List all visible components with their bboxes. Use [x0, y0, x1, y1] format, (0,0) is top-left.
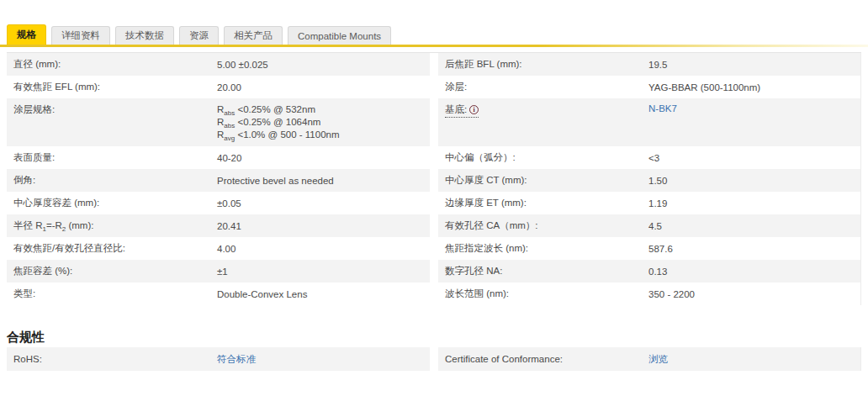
spec-value: 5.00 ±0.025 — [217, 60, 430, 70]
table-row: 类型: Double-Convex Lens 波长范围 (nm): 350 - … — [7, 282, 861, 305]
spec-label: 中心厚度容差 (mm): — [7, 197, 217, 209]
spec-tab-bar: 规格 详细资料 技术数据 资源 相关产品 Compatible Mounts — [0, 24, 868, 45]
spec-label: 有效焦距/有效孔径直径比: — [7, 242, 217, 255]
spec-label: 焦距指定波长 (nm): — [438, 242, 648, 255]
spec-value: 20.41 — [217, 221, 430, 231]
substrate-nbk7-link[interactable]: N-BK7 — [648, 103, 677, 114]
spec-label: 后焦距 BFL (mm): — [438, 58, 648, 71]
spec-value: 0.13 — [648, 267, 860, 277]
spec-table: 直径 (mm): 5.00 ±0.025 后焦距 BFL (mm): 19.5 … — [7, 52, 861, 305]
spec-label: 焦距容差 (%): — [7, 265, 217, 277]
certificate-view-link[interactable]: 浏览 — [648, 354, 668, 364]
spec-label: 有效焦距 EFL (mm): — [7, 81, 217, 93]
spec-value: 4.5 — [648, 221, 860, 231]
substrate-label: 基底: i — [438, 103, 648, 118]
tab-technical-data[interactable]: 技术数据 — [115, 26, 174, 45]
spec-label: 直径 (mm): — [7, 58, 217, 71]
tab-details[interactable]: 详细资料 — [51, 26, 110, 45]
substrate-tooltip-trigger[interactable]: 基底: i — [445, 103, 479, 118]
table-row: 表面质量: 40-20 中心偏（弧分）: <3 — [7, 146, 861, 169]
spec-label: 涂层: — [438, 81, 648, 93]
tab-specifications[interactable]: 规格 — [7, 24, 46, 45]
table-row: 倒角: Protective bevel as needed 中心厚度 CT (… — [7, 169, 861, 192]
spec-value: YAG-BBAR (500-1100nm) — [648, 82, 860, 92]
table-row: 有效焦距/有效孔径直径比: 4.00 焦距指定波长 (nm): 587.6 — [7, 237, 861, 260]
coating-spec-value: Rabs <0.25% @ 532nm Rabs <0.25% @ 1064nm… — [217, 103, 430, 141]
spec-label: 涂层规格: — [7, 103, 217, 116]
spec-value: ±0.05 — [217, 198, 430, 209]
table-row-radius: 半径 R1=-R2 (mm): 20.41 有效孔径 CA（mm）: 4.5 — [7, 214, 861, 237]
spec-label: 类型: — [7, 288, 217, 300]
table-row: 有效焦距 EFL (mm): 20.00 涂层: YAG-BBAR (500-1… — [7, 76, 861, 98]
table-row: 焦距容差 (%): ±1 数字孔径 NA: 0.13 — [7, 260, 861, 282]
spec-label: 有效孔径 CA（mm）: — [438, 219, 648, 232]
rohs-compliant-link[interactable]: 符合标准 — [217, 354, 256, 364]
spec-value: Protective bevel as needed — [217, 176, 430, 186]
spec-value: 4.00 — [217, 244, 430, 254]
spec-label: 数字孔径 NA: — [438, 265, 648, 277]
spec-label: 边缘厚度 ET (mm): — [438, 197, 648, 209]
spec-value: ±1 — [217, 267, 430, 277]
spec-value: <3 — [648, 153, 860, 163]
spec-value: 1.19 — [648, 198, 860, 209]
spec-value: 40-20 — [217, 153, 430, 163]
tab-related-products[interactable]: 相关产品 — [224, 26, 283, 45]
table-row: 中心厚度容差 (mm): ±0.05 边缘厚度 ET (mm): 1.19 — [7, 192, 861, 214]
table-row-coating-substrate: 涂层规格: Rabs <0.25% @ 532nm Rabs <0.25% @ … — [7, 98, 861, 146]
spec-value: 20.00 — [217, 82, 430, 92]
tab-compatible-mounts[interactable]: Compatible Mounts — [288, 26, 391, 45]
spec-value: 587.6 — [648, 244, 860, 254]
table-row-compliance: RoHS: 符合标准 Certificate of Conformance: 浏… — [7, 347, 861, 371]
spec-value: 350 - 2200 — [648, 289, 860, 299]
spec-label: 波长范围 (nm): — [438, 288, 648, 300]
spec-label: 中心偏（弧分）: — [438, 151, 648, 164]
spec-label: 中心厚度 CT (mm): — [438, 174, 648, 187]
info-icon[interactable]: i — [469, 105, 479, 114]
radius-label: 半径 R1=-R2 (mm): — [7, 219, 217, 232]
spec-label: 表面质量: — [7, 151, 217, 164]
rohs-label: RoHS: — [7, 354, 217, 364]
compliance-table: RoHS: 符合标准 Certificate of Conformance: 浏… — [7, 347, 861, 371]
spec-value: 19.5 — [648, 60, 860, 70]
spec-value: Double-Convex Lens — [217, 289, 430, 299]
spec-value: 1.50 — [648, 176, 860, 186]
spec-label: 倒角: — [7, 174, 217, 187]
compliance-heading: 合规性 — [7, 330, 45, 346]
tab-resources[interactable]: 资源 — [179, 26, 219, 45]
table-row: 直径 (mm): 5.00 ±0.025 后焦距 BFL (mm): 19.5 — [7, 53, 861, 76]
certificate-of-conformance-label: Certificate of Conformance: — [438, 354, 648, 364]
